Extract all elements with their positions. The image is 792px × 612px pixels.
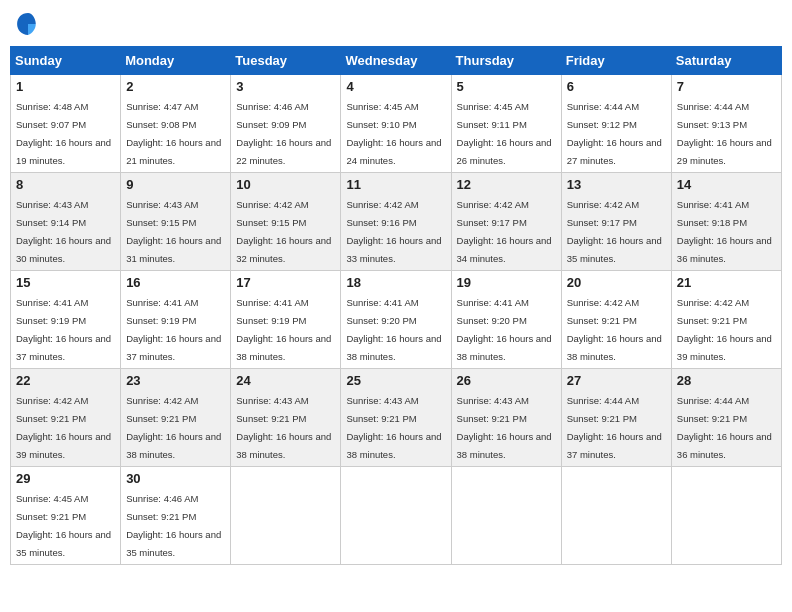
calendar-cell: [341, 467, 451, 565]
col-header-thursday: Thursday: [451, 47, 561, 75]
calendar-cell: 30 Sunrise: 4:46 AMSunset: 9:21 PMDaylig…: [121, 467, 231, 565]
calendar-week-row: 15 Sunrise: 4:41 AMSunset: 9:19 PMDaylig…: [11, 271, 782, 369]
logo-icon: [14, 10, 42, 38]
calendar-cell: 9 Sunrise: 4:43 AMSunset: 9:15 PMDayligh…: [121, 173, 231, 271]
calendar-cell: 20 Sunrise: 4:42 AMSunset: 9:21 PMDaylig…: [561, 271, 671, 369]
calendar-cell: [561, 467, 671, 565]
day-info: Sunrise: 4:42 AMSunset: 9:21 PMDaylight:…: [16, 395, 111, 460]
col-header-sunday: Sunday: [11, 47, 121, 75]
calendar-cell: 17 Sunrise: 4:41 AMSunset: 9:19 PMDaylig…: [231, 271, 341, 369]
day-info: Sunrise: 4:45 AMSunset: 9:11 PMDaylight:…: [457, 101, 552, 166]
day-info: Sunrise: 4:47 AMSunset: 9:08 PMDaylight:…: [126, 101, 221, 166]
day-info: Sunrise: 4:43 AMSunset: 9:14 PMDaylight:…: [16, 199, 111, 264]
logo: [14, 10, 46, 38]
day-number: 20: [567, 275, 666, 290]
day-number: 19: [457, 275, 556, 290]
day-number: 6: [567, 79, 666, 94]
calendar-cell: 12 Sunrise: 4:42 AMSunset: 9:17 PMDaylig…: [451, 173, 561, 271]
day-info: Sunrise: 4:41 AMSunset: 9:20 PMDaylight:…: [457, 297, 552, 362]
day-number: 5: [457, 79, 556, 94]
col-header-friday: Friday: [561, 47, 671, 75]
day-number: 9: [126, 177, 225, 192]
day-number: 28: [677, 373, 776, 388]
day-number: 26: [457, 373, 556, 388]
calendar-cell: 8 Sunrise: 4:43 AMSunset: 9:14 PMDayligh…: [11, 173, 121, 271]
day-info: Sunrise: 4:48 AMSunset: 9:07 PMDaylight:…: [16, 101, 111, 166]
header: [10, 10, 782, 38]
calendar-cell: 15 Sunrise: 4:41 AMSunset: 9:19 PMDaylig…: [11, 271, 121, 369]
col-header-saturday: Saturday: [671, 47, 781, 75]
day-info: Sunrise: 4:42 AMSunset: 9:21 PMDaylight:…: [677, 297, 772, 362]
calendar-cell: [671, 467, 781, 565]
day-number: 27: [567, 373, 666, 388]
day-info: Sunrise: 4:42 AMSunset: 9:17 PMDaylight:…: [567, 199, 662, 264]
day-info: Sunrise: 4:41 AMSunset: 9:18 PMDaylight:…: [677, 199, 772, 264]
day-info: Sunrise: 4:42 AMSunset: 9:16 PMDaylight:…: [346, 199, 441, 264]
calendar-cell: [451, 467, 561, 565]
calendar-cell: 4 Sunrise: 4:45 AMSunset: 9:10 PMDayligh…: [341, 75, 451, 173]
day-number: 30: [126, 471, 225, 486]
day-info: Sunrise: 4:43 AMSunset: 9:15 PMDaylight:…: [126, 199, 221, 264]
day-number: 22: [16, 373, 115, 388]
calendar-week-row: 1 Sunrise: 4:48 AMSunset: 9:07 PMDayligh…: [11, 75, 782, 173]
day-info: Sunrise: 4:41 AMSunset: 9:19 PMDaylight:…: [16, 297, 111, 362]
calendar-cell: 10 Sunrise: 4:42 AMSunset: 9:15 PMDaylig…: [231, 173, 341, 271]
day-number: 13: [567, 177, 666, 192]
day-info: Sunrise: 4:44 AMSunset: 9:13 PMDaylight:…: [677, 101, 772, 166]
day-number: 21: [677, 275, 776, 290]
day-info: Sunrise: 4:44 AMSunset: 9:21 PMDaylight:…: [567, 395, 662, 460]
col-header-tuesday: Tuesday: [231, 47, 341, 75]
calendar-cell: 5 Sunrise: 4:45 AMSunset: 9:11 PMDayligh…: [451, 75, 561, 173]
day-info: Sunrise: 4:46 AMSunset: 9:09 PMDaylight:…: [236, 101, 331, 166]
day-number: 14: [677, 177, 776, 192]
day-number: 17: [236, 275, 335, 290]
calendar-cell: 26 Sunrise: 4:43 AMSunset: 9:21 PMDaylig…: [451, 369, 561, 467]
calendar-cell: [231, 467, 341, 565]
day-number: 10: [236, 177, 335, 192]
calendar-cell: 18 Sunrise: 4:41 AMSunset: 9:20 PMDaylig…: [341, 271, 451, 369]
day-number: 1: [16, 79, 115, 94]
col-header-wednesday: Wednesday: [341, 47, 451, 75]
day-info: Sunrise: 4:42 AMSunset: 9:17 PMDaylight:…: [457, 199, 552, 264]
day-info: Sunrise: 4:44 AMSunset: 9:12 PMDaylight:…: [567, 101, 662, 166]
calendar-cell: 14 Sunrise: 4:41 AMSunset: 9:18 PMDaylig…: [671, 173, 781, 271]
calendar-cell: 13 Sunrise: 4:42 AMSunset: 9:17 PMDaylig…: [561, 173, 671, 271]
day-number: 29: [16, 471, 115, 486]
calendar-cell: 23 Sunrise: 4:42 AMSunset: 9:21 PMDaylig…: [121, 369, 231, 467]
day-number: 4: [346, 79, 445, 94]
calendar-cell: 19 Sunrise: 4:41 AMSunset: 9:20 PMDaylig…: [451, 271, 561, 369]
day-number: 15: [16, 275, 115, 290]
calendar-cell: 21 Sunrise: 4:42 AMSunset: 9:21 PMDaylig…: [671, 271, 781, 369]
day-info: Sunrise: 4:43 AMSunset: 9:21 PMDaylight:…: [236, 395, 331, 460]
calendar-week-row: 29 Sunrise: 4:45 AMSunset: 9:21 PMDaylig…: [11, 467, 782, 565]
day-info: Sunrise: 4:44 AMSunset: 9:21 PMDaylight:…: [677, 395, 772, 460]
calendar-cell: 25 Sunrise: 4:43 AMSunset: 9:21 PMDaylig…: [341, 369, 451, 467]
calendar-cell: 27 Sunrise: 4:44 AMSunset: 9:21 PMDaylig…: [561, 369, 671, 467]
col-header-monday: Monday: [121, 47, 231, 75]
day-info: Sunrise: 4:42 AMSunset: 9:21 PMDaylight:…: [567, 297, 662, 362]
day-number: 12: [457, 177, 556, 192]
calendar-cell: 29 Sunrise: 4:45 AMSunset: 9:21 PMDaylig…: [11, 467, 121, 565]
calendar-cell: 3 Sunrise: 4:46 AMSunset: 9:09 PMDayligh…: [231, 75, 341, 173]
day-info: Sunrise: 4:42 AMSunset: 9:15 PMDaylight:…: [236, 199, 331, 264]
calendar-cell: 28 Sunrise: 4:44 AMSunset: 9:21 PMDaylig…: [671, 369, 781, 467]
calendar-week-row: 22 Sunrise: 4:42 AMSunset: 9:21 PMDaylig…: [11, 369, 782, 467]
calendar-week-row: 8 Sunrise: 4:43 AMSunset: 9:14 PMDayligh…: [11, 173, 782, 271]
day-info: Sunrise: 4:46 AMSunset: 9:21 PMDaylight:…: [126, 493, 221, 558]
calendar-cell: 24 Sunrise: 4:43 AMSunset: 9:21 PMDaylig…: [231, 369, 341, 467]
day-info: Sunrise: 4:41 AMSunset: 9:19 PMDaylight:…: [126, 297, 221, 362]
day-info: Sunrise: 4:43 AMSunset: 9:21 PMDaylight:…: [457, 395, 552, 460]
day-info: Sunrise: 4:45 AMSunset: 9:10 PMDaylight:…: [346, 101, 441, 166]
calendar-cell: 7 Sunrise: 4:44 AMSunset: 9:13 PMDayligh…: [671, 75, 781, 173]
day-number: 3: [236, 79, 335, 94]
day-number: 25: [346, 373, 445, 388]
day-number: 18: [346, 275, 445, 290]
calendar-cell: 22 Sunrise: 4:42 AMSunset: 9:21 PMDaylig…: [11, 369, 121, 467]
day-number: 16: [126, 275, 225, 290]
day-info: Sunrise: 4:42 AMSunset: 9:21 PMDaylight:…: [126, 395, 221, 460]
day-number: 7: [677, 79, 776, 94]
day-number: 11: [346, 177, 445, 192]
calendar-table: SundayMondayTuesdayWednesdayThursdayFrid…: [10, 46, 782, 565]
day-number: 24: [236, 373, 335, 388]
day-number: 8: [16, 177, 115, 192]
